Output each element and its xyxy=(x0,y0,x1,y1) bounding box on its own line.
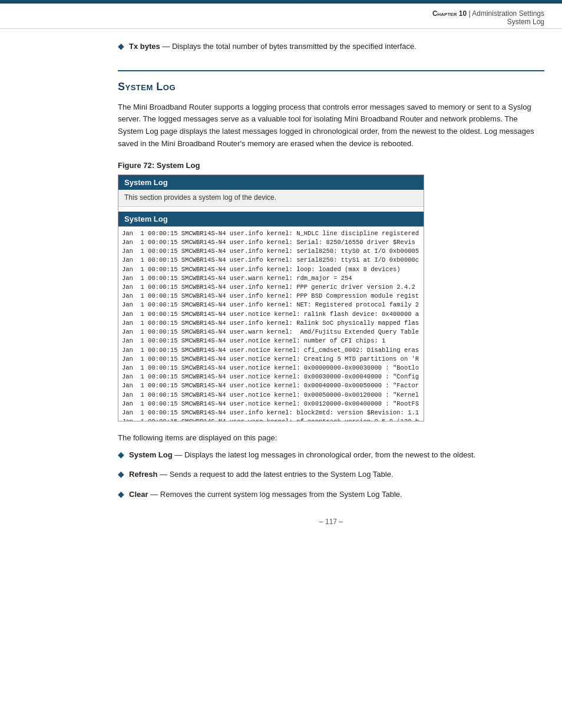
bullet-item-0: ◆System Log — Displays the latest log me… xyxy=(118,449,544,461)
bullet-text-1: Refresh — Sends a request to add the lat… xyxy=(129,469,394,480)
bullet-text-0: System Log — Displays the latest log mes… xyxy=(129,449,475,461)
section-divider xyxy=(118,70,544,71)
tx-bytes-label: Tx bytes xyxy=(129,42,160,51)
bullet-body-1: Sends a request to add the latest entrie… xyxy=(170,470,394,479)
page-subtitle: System Log xyxy=(507,18,544,26)
bullet-diamond-1: ◆ xyxy=(118,469,124,479)
chapter-header: Chapter 10 | Administration Settings Sys… xyxy=(0,4,562,29)
bullet-item-1: ◆Refresh — Sends a request to add the la… xyxy=(118,469,544,480)
bullet-text-2: Clear — Removes the current system log m… xyxy=(129,489,402,500)
system-log-body: The Mini Broadband Router supports a log… xyxy=(118,101,544,150)
main-content: ◆ Tx bytes — Displays the total number o… xyxy=(0,29,562,543)
bullet-label-0: System Log xyxy=(129,450,173,459)
bullet-body-2: Removes the current system log messages … xyxy=(160,490,402,499)
figure-label: Figure 72: System Log xyxy=(118,161,544,170)
tx-bytes-item: ◆ Tx bytes — Displays the total number o… xyxy=(118,41,544,52)
bullet-diamond-0: ◆ xyxy=(118,450,124,459)
bullet-diamond: ◆ xyxy=(118,41,124,51)
page-number: – 117 – xyxy=(118,518,544,526)
bullet-items-container: ◆System Log — Displays the latest log me… xyxy=(118,449,544,500)
system-log-widget: System Log This section provides a syste… xyxy=(118,174,424,421)
bullet-item-2: ◆Clear — Removes the current system log … xyxy=(118,489,544,500)
log-content-area[interactable]: Jan 1 00:00:15 SMCWBR14S-N4 user.info ke… xyxy=(118,226,424,421)
chapter-number: Chapter 10 xyxy=(432,9,467,18)
chapter-separator: | xyxy=(467,9,472,18)
bullet-label-2: Clear xyxy=(129,490,148,499)
tx-bytes-text: Tx bytes — Displays the total number of … xyxy=(129,41,416,52)
widget-outer-title: System Log xyxy=(118,175,424,190)
bullet-diamond-2: ◆ xyxy=(118,489,124,499)
chapter-title: Administration Settings xyxy=(472,9,544,18)
widget-inner-title: System Log xyxy=(118,212,424,226)
widget-description: This section provides a system log of th… xyxy=(118,190,424,207)
system-log-heading: System Log xyxy=(118,81,544,93)
bullet-label-1: Refresh xyxy=(129,470,157,479)
bullet-body-0: Displays the latest log messages in chro… xyxy=(184,450,475,459)
following-intro: The following items are displayed on thi… xyxy=(118,433,544,442)
